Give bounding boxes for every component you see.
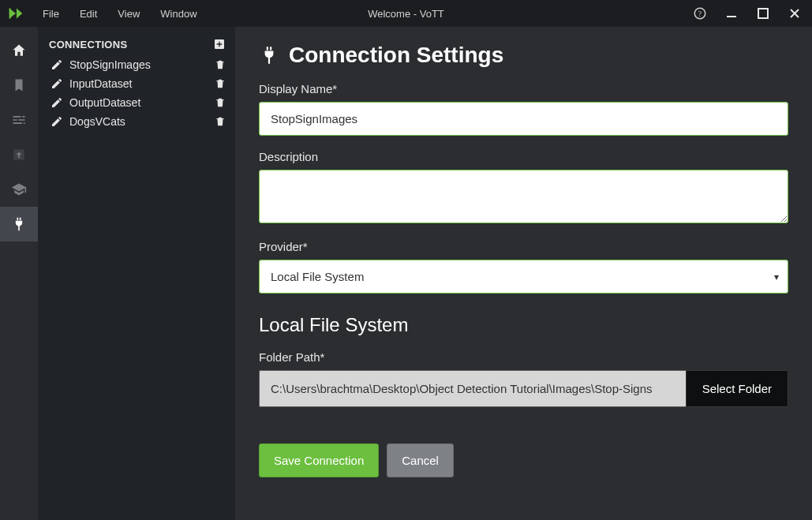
folder-path-label: Folder Path* (259, 350, 788, 364)
main-layout: CONNECTIONS StopSignImages InputDataset (0, 27, 812, 520)
page-title: Connection Settings (259, 43, 788, 68)
nav-export-icon[interactable] (0, 137, 38, 172)
connection-item[interactable]: OutputDataset (38, 93, 235, 112)
connections-header: CONNECTIONS (38, 33, 235, 55)
nav-home-icon[interactable] (0, 33, 38, 68)
nav-graduation-icon[interactable] (0, 172, 38, 207)
delete-icon[interactable] (215, 116, 226, 127)
description-input[interactable] (259, 170, 788, 223)
page-title-text: Connection Settings (289, 43, 503, 68)
main-content: Connection Settings Display Name* Descri… (235, 27, 812, 520)
menu-edit[interactable]: Edit (70, 3, 107, 24)
app-logo (6, 4, 25, 23)
titlebar: File Edit View Window Welcome - VoTT ? (0, 0, 812, 27)
connection-name: StopSignImages (69, 58, 215, 71)
display-name-label: Display Name* (259, 82, 788, 95)
nav-bookmark-icon[interactable] (0, 68, 38, 103)
provider-label: Provider* (259, 240, 788, 253)
delete-icon[interactable] (215, 59, 226, 70)
svg-text:?: ? (698, 9, 702, 18)
connection-name: OutputDataset (69, 96, 215, 109)
edit-icon (49, 58, 65, 71)
delete-icon[interactable] (215, 78, 226, 89)
connections-header-label: CONNECTIONS (49, 39, 127, 51)
action-row: Save Connection Cancel (259, 443, 788, 477)
menu-view[interactable]: View (108, 3, 149, 24)
connection-item[interactable]: InputDataset (38, 74, 235, 93)
connection-name: DogsVCats (69, 115, 215, 128)
connections-panel: CONNECTIONS StopSignImages InputDataset (38, 27, 235, 520)
menu-window[interactable]: Window (151, 3, 206, 24)
folder-row: Select Folder (259, 370, 788, 407)
window-title: Welcome - VoTT (368, 8, 444, 20)
edit-icon (49, 96, 65, 109)
svg-rect-2 (727, 16, 736, 17)
edit-icon (49, 115, 65, 128)
menu-bar: File Edit View Window (33, 3, 207, 24)
cancel-button[interactable]: Cancel (387, 443, 454, 477)
connection-item[interactable]: StopSignImages (38, 55, 235, 74)
provider-select[interactable]: Local File System (259, 260, 788, 294)
close-icon[interactable] (784, 2, 806, 24)
description-label: Description (259, 150, 788, 163)
add-connection-icon[interactable] (213, 38, 226, 51)
side-nav (0, 27, 38, 520)
edit-icon (49, 77, 65, 90)
maximize-icon[interactable] (752, 2, 774, 24)
save-connection-button[interactable]: Save Connection (259, 443, 379, 477)
folder-path-input[interactable] (259, 370, 686, 407)
nav-sliders-icon[interactable] (0, 103, 38, 137)
delete-icon[interactable] (215, 97, 226, 108)
display-name-input[interactable] (259, 102, 788, 136)
connection-item[interactable]: DogsVCats (38, 112, 235, 131)
connection-name: InputDataset (69, 77, 215, 90)
section-title: Local File System (259, 314, 788, 336)
svg-rect-3 (758, 9, 768, 18)
minimize-icon[interactable] (720, 2, 743, 24)
provider-select-wrap: Local File System (259, 260, 788, 294)
nav-plug-icon[interactable] (0, 207, 38, 241)
select-folder-button[interactable]: Select Folder (686, 370, 788, 407)
help-icon[interactable]: ? (689, 2, 711, 24)
titlebar-controls: ? (689, 2, 806, 24)
plug-icon (259, 45, 279, 65)
menu-file[interactable]: File (33, 3, 69, 24)
